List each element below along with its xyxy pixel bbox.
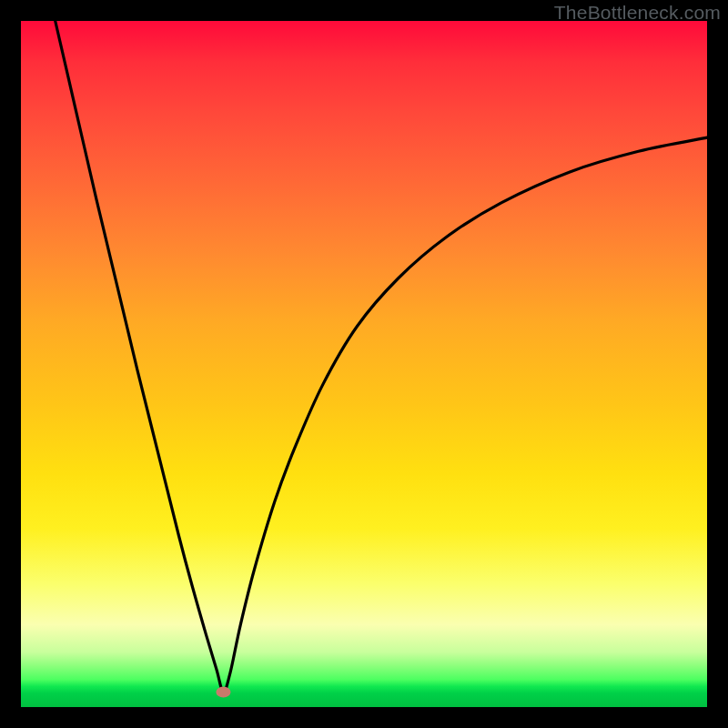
bottleneck-curve-path	[56, 21, 707, 692]
optimal-point-marker	[216, 686, 230, 697]
watermark-text: TheBottleneck.com	[554, 2, 721, 24]
chart-frame: TheBottleneck.com	[0, 0, 728, 728]
bottleneck-curve-svg	[21, 21, 707, 707]
